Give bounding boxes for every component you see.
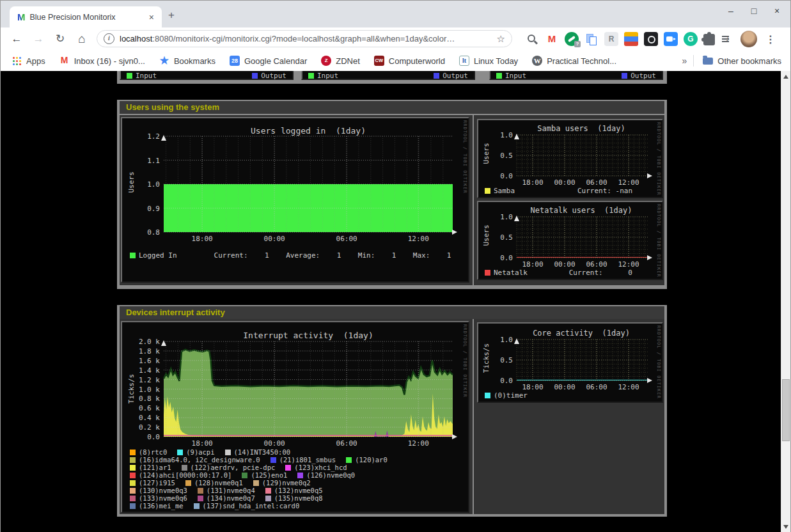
- x-tick-label: 00:00: [549, 260, 580, 269]
- y-tick-label: 0.0: [487, 377, 513, 385]
- bookmark-item-bookmarks[interactable]: ★ Bookmarks: [159, 56, 215, 66]
- browser-window: M Blue Precision Monitorix × + – □ × ← →…: [0, 0, 791, 532]
- forward-button[interactable]: →: [30, 31, 47, 47]
- url-text[interactable]: localhost:8080/monitorix-cgi/monitorix.c…: [120, 34, 493, 43]
- x-tick-label: 12:00: [613, 383, 644, 391]
- bookmark-item-inbox[interactable]: M Inbox (16) - sjvn0...: [59, 56, 145, 66]
- y-tick-label: 2.0 k: [134, 338, 160, 346]
- bookmark-item-practical-tech[interactable]: W Practical Technol...: [532, 56, 616, 66]
- graph-legend: (0)timer: [485, 391, 528, 400]
- legend-color-swatch: [130, 503, 136, 509]
- active-tab[interactable]: M Blue Precision Monitorix ×: [10, 6, 162, 27]
- legend-stats: Current: 1 Average: 1 Min: 1 Max: 1: [214, 251, 451, 260]
- extensions-puzzle-icon[interactable]: [703, 34, 715, 45]
- interrupt-activity-graph[interactable]: Interrupt activity (1day) Ticks/s RRDTOO…: [121, 321, 469, 513]
- reload-button[interactable]: ↻: [52, 31, 68, 47]
- scrollbar-thumb[interactable]: [782, 379, 790, 441]
- legend-color-swatch: [198, 488, 203, 494]
- legend-color-swatch: [130, 488, 136, 494]
- x-tick-label: 12:00: [613, 178, 644, 187]
- bookmark-item-computerworld[interactable]: CW Computerworld: [374, 56, 445, 66]
- legend-item: (125)eno1: [242, 471, 287, 479]
- video-camera-icon[interactable]: [664, 32, 678, 46]
- x-tick-label: 06:00: [581, 260, 612, 269]
- folder-icon: [703, 58, 713, 65]
- search-icon[interactable]: [525, 32, 539, 46]
- scroll-down-arrow[interactable]: [783, 525, 788, 529]
- core-plot: 1.00.50.018:0000:0006:0012:00: [517, 340, 648, 380]
- monitorix-favicon: M: [17, 12, 26, 22]
- browser-menu-icon[interactable]: ⋮: [763, 33, 778, 45]
- network-graph-3-partial[interactable]: Input Output: [489, 71, 663, 80]
- legend-item: (121)ar1: [130, 464, 171, 471]
- tab-title: Blue Precision Monitorix: [30, 13, 146, 22]
- network-graph-1-partial[interactable]: Input Output: [120, 71, 294, 80]
- users-plot: 1.21.11.00.90.818:0000:0006:0012:00: [164, 136, 453, 232]
- apps-label[interactable]: Apps: [26, 56, 45, 66]
- reminder-icon[interactable]: R: [604, 32, 618, 46]
- output-color-swatch: [434, 73, 439, 79]
- interrupt-plot: 2.0 k1.8 k1.6 k1.4 k1.2 k1.0 k0.8 k0.6 k…: [164, 341, 453, 437]
- legend-stats: Current: 0: [569, 269, 632, 277]
- copy-pages-icon[interactable]: [584, 32, 599, 46]
- y-tick-label: 0.5: [487, 233, 513, 242]
- x-tick-label: 06:00: [581, 383, 612, 391]
- library-books-icon[interactable]: [624, 32, 638, 46]
- y-tick-label: 0.5: [487, 152, 513, 160]
- gmail-icon[interactable]: M: [545, 32, 559, 46]
- tab-close-icon[interactable]: ×: [146, 12, 157, 22]
- grammarly-icon[interactable]: G: [684, 32, 698, 46]
- dark-app-icon[interactable]: [644, 32, 658, 46]
- netatalk-plot: 1.00.50.018:0000:0006:0012:00: [517, 217, 648, 258]
- computerworld-icon: CW: [374, 56, 384, 66]
- x-tick-label: 00:00: [259, 235, 290, 243]
- legend-color-swatch: [130, 496, 136, 501]
- bookmark-item-linuxtoday[interactable]: lt Linux Today: [459, 56, 518, 66]
- x-tick-label: 12:00: [613, 260, 644, 269]
- window-close-button[interactable]: ×: [772, 6, 781, 16]
- netatalk-users-graph[interactable]: Netatalk users (1day) Users RRDTOOL / TO…: [477, 201, 663, 280]
- network-graph-2-partial[interactable]: Input Output: [301, 71, 475, 80]
- legend-item: (131)nvme0q4: [198, 487, 255, 494]
- legend-label: (137)snd_hda_intel:card0: [203, 502, 300, 510]
- monitorix-page: Input Output Input Output Input Output U…: [1, 71, 782, 532]
- voice-phone-icon[interactable]: [565, 32, 579, 46]
- other-bookmarks[interactable]: Other bookmarks: [717, 56, 781, 66]
- x-tick-label: 18:00: [187, 235, 217, 243]
- bookmarks-overflow-chevron[interactable]: »: [682, 56, 694, 66]
- legend-label: (0)timer: [494, 391, 528, 400]
- y-tick-label: 0.0: [487, 172, 513, 180]
- samba-users-graph[interactable]: Samba users (1day) Users RRDTOOL / TOBI …: [477, 119, 663, 198]
- legend-color-swatch: [182, 465, 187, 471]
- users-section: Users using the system Users logged in (…: [117, 100, 667, 289]
- users-logged-in-graph[interactable]: Users logged in (1day) Users RRDTOOL / T…: [121, 117, 469, 283]
- bookmark-star-icon[interactable]: ☆: [497, 33, 505, 45]
- window-maximize-button[interactable]: □: [749, 6, 758, 16]
- bookmark-item-calendar[interactable]: 28 Google Calendar: [230, 56, 307, 66]
- legend-item: (136)mei_me: [130, 502, 184, 510]
- rrdtool-credit: RRDTOOL / TOBI OETIKER: [656, 325, 661, 399]
- vertical-scrollbar[interactable]: [781, 71, 790, 532]
- tab-strip: M Blue Precision Monitorix × + – □ ×: [1, 1, 790, 27]
- y-tick-label: 1.0: [487, 336, 513, 344]
- x-tick-label: 00:00: [549, 178, 580, 187]
- address-bar[interactable]: i localhost:8080/monitorix-cgi/monitorix…: [97, 30, 512, 47]
- new-tab-button[interactable]: +: [168, 9, 175, 22]
- bookmark-item-zdnet[interactable]: Z ZDNet: [321, 56, 360, 66]
- legend-color-swatch: [194, 503, 200, 509]
- page-info-icon[interactable]: i: [104, 33, 114, 44]
- window-minimize-button[interactable]: –: [726, 6, 735, 16]
- scroll-up-arrow[interactable]: [783, 75, 788, 79]
- output-legend: Output: [622, 72, 656, 80]
- back-button[interactable]: ←: [8, 31, 25, 47]
- core-activity-graph[interactable]: Core activity (1day) Ticks/s RRDTOOL / T…: [477, 322, 663, 403]
- playlist-icon[interactable]: ♪: [721, 32, 735, 46]
- y-tick-label: 1.4 k: [134, 366, 160, 375]
- home-button[interactable]: ⌂: [74, 31, 90, 47]
- legend-color-swatch: [130, 473, 136, 478]
- legend-color-swatch: [225, 450, 231, 455]
- profile-avatar[interactable]: [740, 31, 757, 47]
- y-tick-label: 0.6 k: [134, 404, 160, 412]
- legend-item: (124)ahci[0000:00:17.0]: [130, 471, 231, 479]
- apps-grid-icon[interactable]: [12, 56, 21, 65]
